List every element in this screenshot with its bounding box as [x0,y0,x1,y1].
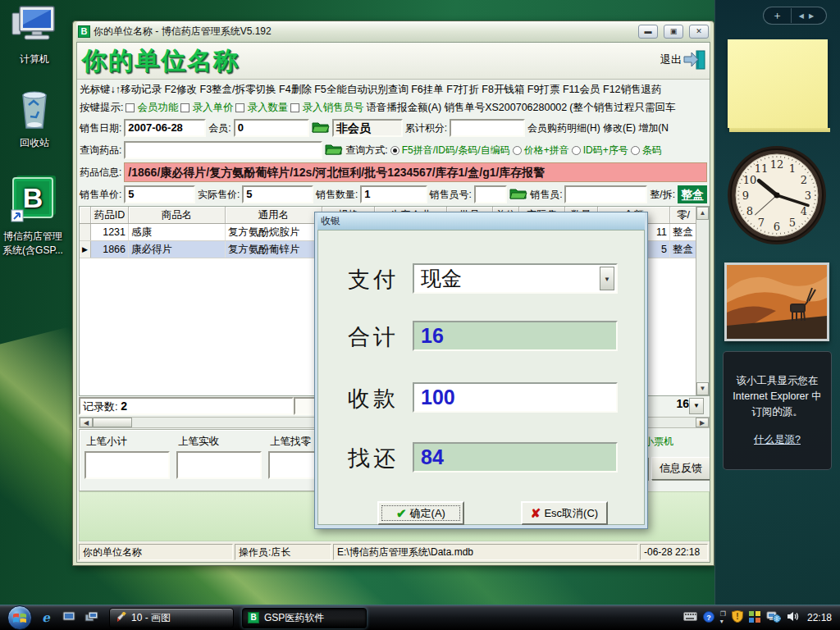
clerk-lookup-folder-icon[interactable] [509,186,527,203]
scroll-up-icon[interactable]: ▲ [696,207,709,220]
clerk-name-field[interactable] [564,185,647,203]
radio-query-pinyin[interactable] [390,146,399,155]
keyboard-tray-icon[interactable] [683,612,697,623]
svg-text:?: ? [706,613,711,621]
clock-gadget[interactable]: 1212 345 678 91011 [726,144,828,249]
taskbar-clock[interactable]: 22:18 [807,612,832,623]
drug-info-row: 药品信息: /1866/康必得片/复方氨酚葡锌片/12s/河北恒利/批号1234… [77,162,710,183]
taskbar-task-gsp[interactable]: B GSP医药软件 [242,608,367,628]
window-switcher-icon[interactable] [83,611,101,625]
scroll-left-icon[interactable]: ◀ [80,418,93,427]
window-titlebar[interactable]: B 你的单位名称 - 博信药店管理系统V5.192 ▬ ▣ ✕ [76,21,710,42]
desktop-icon-label: 回收站 [20,137,49,148]
amount-total: 16 [648,397,689,416]
prev-received-field [176,451,262,479]
taskbar-task-paint[interactable]: 10 - 画图 [109,608,234,628]
svg-text:9: 9 [742,189,749,202]
add-gadget-icon[interactable]: ＋ [764,8,792,23]
dropdown-icon[interactable]: ▼ [689,398,704,414]
checkbox-enter-qty[interactable] [235,103,244,112]
quantity-field[interactable]: 1 [360,185,427,203]
table-vertical-scrollbar[interactable]: ▲ ▼ [696,207,709,395]
rss-feed-gadget[interactable]: 该小工具显示您在 Internet Explorer 中订阅的源。 什么是源? [723,351,832,470]
clerk-no-field[interactable] [474,185,507,203]
close-button[interactable]: ✕ [689,25,709,39]
radio-query-price-pinyin[interactable] [513,146,522,155]
sticky-note-gadget[interactable] [728,39,828,128]
company-title: 你的单位名称 [82,44,240,78]
current-row-marker: ▶ [80,241,91,258]
exit-door-icon [683,49,706,71]
desktop-icon-label: 系统(含GSP... [2,244,63,256]
start-button[interactable] [7,605,32,630]
minimize-button[interactable]: ▬ [638,25,658,39]
slideshow-gadget[interactable] [724,262,829,341]
desktop-icon-computer[interactable]: 计算机 [2,5,67,66]
svg-text:10: 10 [743,174,757,186]
checkbox-enter-price[interactable] [180,103,189,112]
desktop-icon-label: 博信药店管理 [3,231,62,242]
gadget-page-arrows[interactable]: ◀▶ [792,12,826,20]
member-type-field: 非会员 [332,119,403,137]
cancel-button[interactable]: ✘ Esc取消(C) [521,501,608,525]
payment-method-select[interactable]: 现金 ▼ [413,263,618,294]
sale-row: 销售日期: 2007-06-28 会员: 0 非会员 累计积分: 会员购药明细(… [77,117,710,139]
record-count: 2 [121,399,127,413]
hidden-icons-expander[interactable]: ❐▾ [720,610,726,625]
desktop-icon-recycle-bin[interactable]: 回收站 [2,89,67,150]
desktop-icon-pharmacy-app[interactable]: B 博信药店管理 系统(含GSP... [0,174,66,258]
radio-query-id-seq[interactable] [572,146,581,155]
svg-text:2: 2 [801,174,807,186]
company-header-band: 你的单位名称 退出 [77,43,710,80]
member-id-field[interactable]: 0 [234,119,309,137]
svg-text:8: 8 [746,205,753,217]
security-alert-icon[interactable]: ! [732,610,743,625]
svg-text:3: 3 [805,189,811,202]
svg-text:11: 11 [755,162,769,175]
checkbox-enter-clerk[interactable] [290,103,299,112]
windows-flag-icon [12,610,27,625]
query-drug-input[interactable] [124,141,322,159]
dialog-titlebar[interactable]: 收银 [317,212,645,230]
app-tray-icon[interactable] [749,611,760,625]
analog-clock-icon: 1212 345 678 91011 [726,144,828,246]
volume-tray-icon[interactable] [787,611,799,624]
unit-price-field[interactable]: 5 [124,185,195,203]
actual-price-field[interactable]: 5 [242,185,313,203]
help-tray-icon[interactable]: ? [703,611,714,625]
checkbox-member-feature[interactable] [126,103,135,112]
computer-icon [2,5,67,50]
prompt-suffix: (整个销售过程只需回车 [569,101,675,115]
feedback-button[interactable]: 信息反馈 [651,457,710,480]
rss-what-is-feed-link[interactable]: 什么是源? [754,432,801,448]
exit-button[interactable]: 退出 [660,49,706,71]
chevron-down-icon[interactable]: ▼ [600,267,614,290]
hotkey-hints: 光标键↓↑移动记录 F2修改 F3整盒/拆零切换 F4删除 F5全能自动识别查询… [80,83,662,97]
scrollbar-thumb[interactable] [93,418,132,427]
ie-quicklaunch-icon[interactable]: e [37,610,55,625]
gadget-control[interactable]: ＋ ◀▶ [763,7,827,25]
points-field[interactable] [450,119,525,137]
recycle-bin-icon [2,89,67,134]
prev-subtotal-field [84,451,170,479]
window-title: 你的单位名称 - 博信药店管理系统V5.192 [94,25,632,39]
ok-button[interactable]: ✔ 确定(A) [377,501,464,525]
scroll-down-icon[interactable]: ▼ [696,382,709,395]
query-row: 查询药品: 查询方式: F5拼音/ID码/条码/自编码 价格+拼音 ID码+序号… [77,139,710,161]
maximize-button[interactable]: ▣ [664,25,683,39]
network-tray-icon[interactable] [766,611,781,625]
member-lookup-folder-icon[interactable] [312,120,330,136]
voice-amount-label[interactable]: 语音播报金额(A) [366,101,441,115]
scroll-right-icon[interactable]: ▶ [696,418,709,427]
show-desktop-icon[interactable] [60,611,78,625]
member-action-links[interactable]: 会员购药明细(H) 修改(E) 增加(N [527,121,669,135]
gsp-app-icon: B [248,612,259,623]
drug-info-field: /1866/康必得片/复方氨酚葡锌片/12s/河北恒利/批号1234567/库存… [124,162,707,182]
sale-date-field[interactable]: 2007-06-28 [124,119,206,137]
drug-lookup-folder-icon[interactable] [325,142,343,158]
pack-mode-badge: 整盒 [678,185,707,203]
system-tray: ? ❐▾ ! 22:18 [683,610,840,625]
received-input[interactable]: 100 [413,382,618,413]
radio-query-barcode[interactable] [631,146,640,155]
prompt-row: 按键提示: 会员功能 录入单价 录入数量 录入销售员号 语音播报金额(A) 销售… [77,98,710,116]
